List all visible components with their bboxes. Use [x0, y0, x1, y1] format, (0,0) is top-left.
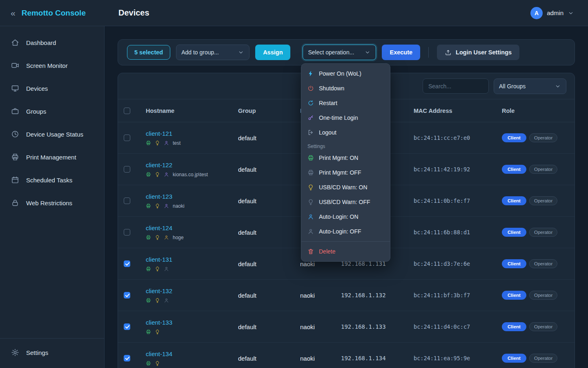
- sidebar-item-devices[interactable]: Devices: [0, 77, 104, 100]
- row-checkbox[interactable]: [124, 355, 130, 361]
- chevron-down-icon[interactable]: [568, 10, 574, 16]
- assign-button[interactable]: Assign: [255, 45, 290, 60]
- menu-item-usb-cd-warn-off[interactable]: USB/CD Warn: OFF: [301, 195, 390, 209]
- menu-item-power-on-wol[interactable]: Power On (WoL): [301, 66, 390, 81]
- avatar[interactable]: A: [530, 7, 543, 19]
- hostname-cell: client-124 hoge: [146, 224, 238, 240]
- hostname-link[interactable]: client-124: [146, 224, 172, 231]
- menu-item-usb-cd-warn-on[interactable]: USB/CD Warn: ON: [301, 180, 390, 195]
- row-checkbox[interactable]: [124, 197, 130, 204]
- group-cell: default: [238, 323, 300, 330]
- printer-icon: [146, 203, 151, 209]
- group-cell: default: [238, 197, 300, 204]
- sidebar-collapse-icon[interactable]: «: [11, 9, 16, 17]
- hostname-link[interactable]: client-131: [146, 256, 172, 263]
- sidebar-item-label: Device Usage Status: [26, 131, 83, 138]
- menu-item-print-mgmt-on[interactable]: Print Mgmt: ON: [301, 150, 390, 165]
- device-status-icons: [146, 266, 238, 272]
- hostname-link[interactable]: client-122: [146, 162, 172, 168]
- sidebar-item-label: Web Restrictions: [26, 200, 72, 206]
- mac-cell: bc:24:11:0b:fe:f7: [414, 197, 502, 204]
- menu-item-logout[interactable]: Logout: [301, 125, 390, 140]
- sidebar-footer: Settings: [0, 338, 104, 368]
- person-icon: [164, 203, 169, 209]
- hostname-link[interactable]: client-132: [146, 287, 172, 294]
- sidebar-item-label: Screen Monitor: [26, 62, 68, 69]
- device-user-label: kionas.co.jp\test: [173, 172, 208, 177]
- sidebar-item-label: Devices: [26, 85, 48, 92]
- bulb-icon: [155, 298, 160, 303]
- menu-item-print-mgmt-off[interactable]: Print Mgmt: OFF: [301, 165, 390, 180]
- row-checkbox[interactable]: [124, 323, 130, 330]
- sidebar-item-groups[interactable]: Groups: [0, 100, 104, 123]
- menu-item-one-time-login[interactable]: One-time Login: [301, 110, 390, 125]
- menu-item-auto-login-off[interactable]: Auto-Login: OFF: [301, 224, 390, 239]
- sidebar-item-print-management[interactable]: Print Management: [0, 146, 104, 168]
- sidebar-item-scheduled-tasks[interactable]: Scheduled Tasks: [0, 168, 104, 191]
- power-icon: [307, 85, 314, 92]
- role-badge-operator: Operator: [529, 228, 557, 237]
- column-header-group: Group: [238, 108, 300, 114]
- select-all-checkbox[interactable]: [124, 108, 130, 114]
- group-cell: default: [238, 229, 300, 236]
- sidebar-item-dashboard[interactable]: Dashboard: [0, 31, 104, 54]
- sidebar-item-web-restrictions[interactable]: Web Restrictions: [0, 191, 104, 214]
- role-badge-client: Client: [502, 196, 526, 205]
- device-user-label: hoge: [173, 235, 184, 240]
- hostname-link[interactable]: client-121: [146, 130, 172, 137]
- role-cell: Client Operator: [502, 322, 575, 331]
- select-operation-select[interactable]: Select operation...: [303, 45, 376, 60]
- groups-icon: [11, 107, 19, 115]
- hostname-link[interactable]: client-134: [146, 350, 172, 357]
- search-input[interactable]: [423, 79, 489, 94]
- login-user-cell: naoki: [300, 355, 341, 362]
- sidebar-item-screen-monitor[interactable]: Screen Monitor: [0, 54, 104, 77]
- sidebar-item-label: Settings: [26, 349, 48, 356]
- user-menu[interactable]: A admin: [530, 7, 588, 19]
- sidebar-item-device-usage-status[interactable]: Device Usage Status: [0, 123, 104, 146]
- device-status-icons: [146, 361, 238, 366]
- device-status-icons: hoge: [146, 235, 238, 240]
- menu-item-shutdown[interactable]: Shutdown: [301, 81, 390, 96]
- key-icon: [307, 114, 314, 121]
- group-filter-select[interactable]: All Groups: [494, 79, 566, 94]
- row-checkbox[interactable]: [124, 292, 130, 298]
- login-user-settings-button[interactable]: Login User Settings: [437, 45, 519, 60]
- sidebar-item-settings[interactable]: Settings: [0, 341, 104, 364]
- hostname-link[interactable]: client-133: [146, 319, 172, 326]
- table-row: client-134 default naoki 192.168.1.134 b…: [118, 343, 575, 368]
- devices-icon: [11, 84, 19, 92]
- mac-cell: bc:24:11:d3:7e:6e: [414, 260, 502, 267]
- hostname-cell: client-131: [146, 256, 238, 272]
- row-checkbox[interactable]: [124, 260, 130, 267]
- toolbar-divider: [428, 47, 429, 58]
- row-checkbox[interactable]: [124, 166, 130, 173]
- menu-item-label: USB/CD Warn: OFF: [319, 199, 370, 205]
- menu-item-auto-login-on[interactable]: Auto-Login: ON: [301, 209, 390, 224]
- hostname-cell: client-132: [146, 287, 238, 303]
- row-checkbox[interactable]: [124, 135, 130, 141]
- row-checkbox[interactable]: [124, 229, 130, 236]
- role-cell: Client Operator: [502, 228, 575, 237]
- hostname-link[interactable]: client-123: [146, 193, 172, 200]
- menu-item-label: Delete: [319, 248, 335, 255]
- role-cell: Client Operator: [502, 133, 575, 142]
- menu-item-label: One-time Login: [319, 114, 358, 121]
- hostname-cell: client-134: [146, 350, 238, 366]
- printer-icon: [146, 235, 151, 240]
- column-header-mac-address: MAC Address: [414, 108, 502, 114]
- printer-icon: [146, 361, 151, 366]
- operation-menu: Power On (WoL) Shutdown Restart One-time…: [301, 63, 390, 262]
- execute-button[interactable]: Execute: [382, 45, 420, 60]
- role-badge-operator: Operator: [529, 291, 557, 300]
- add-to-group-select[interactable]: Add to group...: [176, 45, 249, 60]
- user-menu-name[interactable]: admin: [547, 9, 564, 16]
- menu-item-restart[interactable]: Restart: [301, 96, 390, 110]
- menu-item-delete[interactable]: Delete: [301, 244, 390, 259]
- printer-icon: [146, 266, 151, 272]
- printer-icon: [11, 153, 19, 161]
- menu-item-label: Print Mgmt: ON: [319, 155, 358, 161]
- group-cell: default: [238, 355, 300, 362]
- chevron-down-icon: [555, 83, 561, 90]
- person-icon: [164, 235, 169, 240]
